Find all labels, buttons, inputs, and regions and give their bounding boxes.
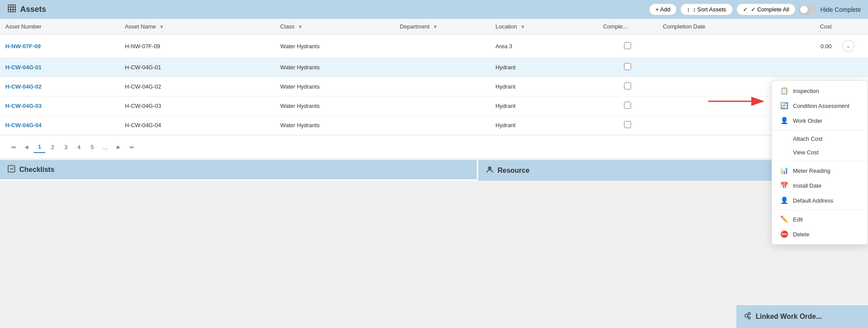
asset-number-cell: H-CW-04G-02 [0, 77, 119, 96]
col-class[interactable]: Class ▼ [275, 19, 395, 35]
svg-line-14 [748, 316, 749, 317]
dept-filter-icon: ▼ [433, 24, 438, 29]
sort-assets-button[interactable]: ↕ ↕ Sort Assets [680, 4, 732, 15]
add-button[interactable]: + Add [649, 4, 677, 15]
page-2-btn[interactable]: 2 [47, 141, 59, 153]
col-asset-number[interactable]: Asset Number [0, 19, 119, 35]
asset-name-cell: H-NW-07F-09 [119, 35, 275, 58]
department-cell [395, 96, 490, 116]
page-4-btn[interactable]: 4 [73, 141, 85, 153]
menu-divider [772, 161, 868, 161]
main-container: Assets + Add ↕ ↕ Sort Assets ✓ ✓ Complet… [0, 0, 868, 328]
completed-checkbox[interactable] [624, 42, 631, 49]
linked-work-orders-title: Linked Work Orde... [756, 313, 822, 321]
menu-item-condition-assessment[interactable]: 🔄Condition Assessment [772, 98, 868, 113]
col-asset-name[interactable]: Asset Name ▼ [119, 19, 275, 35]
resource-title: Resource [498, 167, 530, 175]
col-complete[interactable]: Comple... [598, 19, 657, 35]
page-prev-btn[interactable]: ◀ [20, 141, 32, 153]
completed-checkbox[interactable] [624, 102, 631, 109]
location-cell: Area 3 [490, 35, 598, 58]
assets-table: Asset Number Asset Name ▼ Class ▼ Depart… [0, 19, 868, 135]
asset-number-link[interactable]: H-NW-07F-09 [5, 43, 41, 50]
table-header-row: Asset Number Asset Name ▼ Class ▼ Depart… [0, 19, 868, 35]
checklists-section: Checklists [0, 160, 477, 181]
class-cell: Water Hydrants [275, 58, 395, 77]
menu-label: Delete [793, 231, 810, 238]
menu-label: Meter Reading [793, 168, 830, 174]
menu-label: Attach Cost [793, 135, 822, 142]
asset-name-filter-icon: ▼ [159, 24, 164, 29]
menu-item-inspection[interactable]: 📋Inspection [772, 83, 868, 98]
menu-item-default-address[interactable]: 👤Default Address [772, 193, 868, 208]
page-last-btn[interactable]: ⏭ [126, 141, 138, 153]
asset-number-cell: H-CW-04G-01 [0, 58, 119, 77]
completed-cell[interactable] [598, 58, 657, 77]
menu-icon: 📅 [780, 182, 789, 189]
page-3-btn[interactable]: 3 [60, 141, 72, 153]
completed-checkbox[interactable] [624, 82, 631, 89]
department-cell [395, 58, 490, 77]
menu-item-attach-cost[interactable]: Attach Cost [772, 132, 868, 146]
sort-icon: ↕ [687, 6, 690, 13]
page-5-btn[interactable]: 5 [86, 141, 98, 153]
assets-tbody: H-NW-07F-09 H-NW-07F-09 Water Hydrants A… [0, 35, 868, 135]
class-cell: Water Hydrants [275, 116, 395, 135]
completed-checkbox[interactable] [624, 121, 631, 128]
completed-cell[interactable] [598, 77, 657, 96]
expand-cell [837, 58, 868, 77]
asset-number-link[interactable]: H-CW-04G-01 [5, 64, 42, 71]
menu-icon: 🔄 [780, 102, 789, 110]
page-ellipsis-btn[interactable]: ... [99, 141, 111, 153]
cost-cell: 0.00 [765, 35, 837, 58]
completed-cell[interactable] [598, 35, 657, 58]
page-next-btn[interactable]: ▶ [112, 141, 125, 153]
hide-complete-toggle[interactable]: Hide Complete [799, 5, 861, 14]
asset-number-link[interactable]: H-CW-04G-02 [5, 83, 42, 90]
page-1-btn[interactable]: 1 [33, 141, 46, 153]
menu-icon: ✏️ [780, 215, 789, 223]
col-location[interactable]: Location ▼ [490, 19, 598, 35]
cost-cell [765, 58, 837, 77]
department-cell [395, 77, 490, 96]
complete-all-button[interactable]: ✓ ✓ Complete All [736, 4, 796, 15]
department-cell [395, 116, 490, 135]
menu-item-meter-reading[interactable]: 📊Meter Reading [772, 163, 868, 178]
completed-cell[interactable] [598, 116, 657, 135]
checklists-title: Checklists [19, 166, 54, 174]
menu-item-view-cost[interactable]: View Cost [772, 146, 868, 159]
completed-cell[interactable] [598, 96, 657, 116]
menu-item-install-date[interactable]: 📅Install Date [772, 178, 868, 193]
table-row: H-CW-04G-03 H-CW-04G-03 Water Hydrants H… [0, 96, 868, 116]
col-department[interactable]: Department ▼ [395, 19, 490, 35]
svg-point-9 [489, 168, 490, 169]
menu-label: View Cost [793, 149, 818, 156]
class-cell: Water Hydrants [275, 35, 395, 58]
page-first-btn[interactable]: ⏮ [7, 141, 19, 153]
completion-date-cell [657, 116, 765, 135]
hide-complete-label: Hide Complete [820, 6, 861, 13]
svg-line-13 [748, 314, 749, 315]
menu-item-edit[interactable]: ✏️Edit [772, 212, 868, 227]
location-cell: Hydrant [490, 77, 598, 96]
menu-label: Condition Assessment [793, 103, 850, 109]
menu-icon: 📊 [780, 167, 789, 175]
completed-checkbox[interactable] [624, 63, 631, 70]
menu-label: Inspection [793, 88, 819, 94]
expand-cell: ⌄ [837, 35, 868, 58]
asset-number-link[interactable]: H-CW-04G-03 [5, 103, 42, 109]
checklist-icon [7, 164, 16, 175]
linked-icon [743, 311, 752, 322]
assets-title: Assets [7, 4, 644, 15]
asset-name-cell: H-CW-04G-03 [119, 96, 275, 116]
toggle-track [799, 5, 817, 14]
location-cell: Hydrant [490, 96, 598, 116]
svg-point-10 [745, 314, 748, 317]
toggle-thumb [800, 6, 808, 14]
menu-item-delete[interactable]: ⛔Delete [772, 227, 868, 242]
asset-number-cell: H-CW-04G-04 [0, 116, 119, 135]
expand-btn[interactable]: ⌄ [842, 40, 854, 52]
asset-number-link[interactable]: H-CW-04G-04 [5, 122, 42, 128]
header-actions: + Add ↕ ↕ Sort Assets ✓ ✓ Complete All H… [649, 4, 861, 15]
menu-item-work-order[interactable]: 👤Work Order [772, 113, 868, 128]
